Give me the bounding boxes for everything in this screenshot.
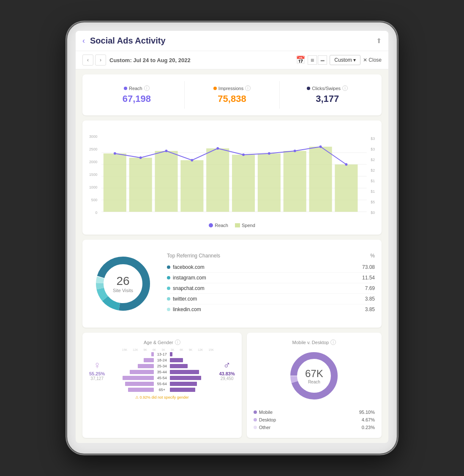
- mobile-label-left: Mobile: [254, 410, 273, 415]
- calendar-icon[interactable]: 📅: [296, 55, 305, 65]
- bar-male-25-34: [170, 364, 188, 368]
- svg-rect-22: [129, 158, 152, 212]
- age-gender-card: Age & Gender i ♀ 55.25% 37,127 15K12K9K: [82, 333, 242, 438]
- mobile-legend-row-mobile: Mobile 95.10%: [254, 408, 375, 416]
- svg-text:0: 0: [95, 211, 97, 215]
- svg-text:$25.00: $25.00: [371, 158, 375, 162]
- mobile-legend-row-desktop: Desktop 4.67%: [254, 416, 375, 424]
- desktop-pct: 4.67%: [362, 417, 375, 422]
- desktop-label-left: Desktop: [254, 417, 276, 422]
- bar-male-65plus: [170, 388, 195, 392]
- ref-pct-instagram: 11.54: [362, 275, 375, 281]
- bar-female-45-54: [123, 376, 154, 380]
- svg-text:27: 27: [139, 215, 142, 216]
- bar-row-18-24: 18-24: [107, 358, 216, 362]
- bar-row-35-44: 35-44: [107, 370, 216, 374]
- mobile-desktop-title-text: Mobile v. Desktop: [292, 340, 329, 345]
- age-axis: 15K12K9K6K3K3K6K9K12K15K: [107, 348, 216, 351]
- reach-dot: [124, 87, 127, 90]
- svg-point-36: [242, 153, 245, 156]
- tablet-frame: ‹ Social Ads Activity ⬆ ‹ › Custom: Jul …: [67, 22, 397, 454]
- svg-text:$35.00: $35.00: [371, 137, 375, 141]
- age-label-13-17: 13-17: [155, 352, 169, 356]
- age-label-35-44: 35-44: [155, 370, 169, 374]
- desktop-label: Desktop: [259, 417, 276, 422]
- mobile-donut-number: 67K: [305, 368, 323, 380]
- chart-legend: Reach Spend: [89, 223, 375, 228]
- view-buttons: ▦ ▬: [308, 55, 327, 65]
- reach-value: 67,198: [93, 93, 181, 104]
- svg-point-40: [345, 163, 348, 166]
- svg-text:1000: 1000: [89, 185, 97, 189]
- ref-row-snapchat: snapchat.com 7.69: [167, 283, 375, 294]
- male-count: 29,450: [219, 376, 235, 381]
- female-count: 37,127: [89, 376, 105, 381]
- donut-section: 26 Site Visits Top Referring Channels %: [89, 246, 375, 321]
- bar-male-45-54: [170, 376, 201, 380]
- ref-dot-instagram: [167, 276, 170, 279]
- svg-text:3000: 3000: [89, 134, 97, 139]
- svg-text:14: 14: [293, 215, 297, 216]
- kpi-impressions: Impressions i 75,838: [185, 81, 280, 109]
- svg-text:2000: 2000: [89, 160, 97, 164]
- custom-button[interactable]: Custom ▾: [330, 55, 360, 65]
- bar-female-65plus: [128, 388, 154, 392]
- ref-label-twitter: twitter.com: [173, 296, 197, 302]
- mobile-desktop-title: Mobile v. Desktop i: [254, 339, 375, 345]
- female-section: ♀ 55.25% 37,127: [89, 359, 105, 381]
- ref-domain-linkedin: linkedin.com: [167, 306, 201, 312]
- ref-dot-twitter: [167, 297, 170, 301]
- other-pct: 0.23%: [362, 425, 375, 430]
- male-section: ♂ 43.83% 29,450: [219, 359, 235, 381]
- gender-note: ⚠ 0.92% did not specify gender: [89, 395, 235, 399]
- bar-female-55-64: [125, 382, 154, 386]
- ref-pct-twitter: 3.85: [365, 296, 375, 302]
- ref-pct-snapchat: 7.69: [365, 285, 375, 291]
- bar-male-55-64: [170, 382, 197, 386]
- bar-chart-area: 15K12K9K6K3K3K6K9K12K15K 13-17: [107, 348, 216, 392]
- age-gender-title: Age & Gender i: [89, 339, 235, 345]
- bar-row-65plus: 65+: [107, 388, 216, 392]
- back-button[interactable]: ‹: [82, 36, 85, 45]
- legend-spend-rect: [235, 223, 240, 227]
- age-label-18-24: 18-24: [155, 358, 169, 362]
- reach-chart-container: 0 500 1000 1500 2000 2500 3000 $0.00 $5.…: [89, 127, 375, 220]
- svg-text:$20.00: $20.00: [371, 168, 375, 172]
- bar-male-13-17: [170, 352, 172, 356]
- site-visits-card: 26 Site Visits Top Referring Channels %: [82, 240, 382, 328]
- other-label: Other: [259, 425, 271, 430]
- referring-table: Top Referring Channels % facebook.com 73…: [167, 253, 375, 315]
- ref-pct-linkedin: 3.85: [365, 306, 375, 312]
- mobile-desktop-card: Mobile v. Desktop i 67K: [247, 333, 382, 438]
- close-button[interactable]: ✕ Close: [363, 57, 382, 63]
- ref-domain-twitter: twitter.com: [167, 296, 197, 302]
- donut-chart: 26 Site Visits: [89, 250, 157, 317]
- male-icon: ♂: [219, 359, 235, 371]
- svg-rect-21: [104, 153, 126, 212]
- ref-label-linkedin: linkedin.com: [173, 306, 201, 312]
- bar-male-18-24: [170, 358, 183, 362]
- bar-female-13-17: [151, 352, 154, 356]
- bar-row-13-17: 13-17: [107, 352, 216, 356]
- svg-text:17: 17: [319, 215, 322, 216]
- desktop-dot: [254, 418, 257, 421]
- view-btn-2[interactable]: ▬: [318, 55, 327, 65]
- bar-row-55-64: 55-64: [107, 382, 216, 386]
- export-button[interactable]: ⬆: [376, 37, 382, 45]
- svg-rect-28: [284, 151, 306, 212]
- svg-text:05: 05: [216, 215, 220, 216]
- prev-arrow[interactable]: ‹: [82, 55, 93, 66]
- svg-text:$30.00: $30.00: [371, 147, 375, 151]
- clicks-dot: [307, 87, 310, 90]
- svg-rect-25: [206, 148, 229, 212]
- svg-rect-30: [335, 164, 358, 212]
- mobile-legend: Mobile 95.10% Desktop 4.67%: [254, 408, 375, 431]
- ref-label-instagram: instagram.com: [173, 275, 206, 281]
- legend-spend-label: Spend: [242, 223, 255, 228]
- referring-title-text: Top Referring Channels: [167, 253, 220, 259]
- reach-info-icon: i: [144, 85, 150, 91]
- svg-point-35: [216, 147, 219, 150]
- next-arrow[interactable]: ›: [95, 55, 106, 66]
- view-btn-1[interactable]: ▦: [308, 55, 317, 65]
- ref-domain-snapchat: snapchat.com: [167, 285, 205, 291]
